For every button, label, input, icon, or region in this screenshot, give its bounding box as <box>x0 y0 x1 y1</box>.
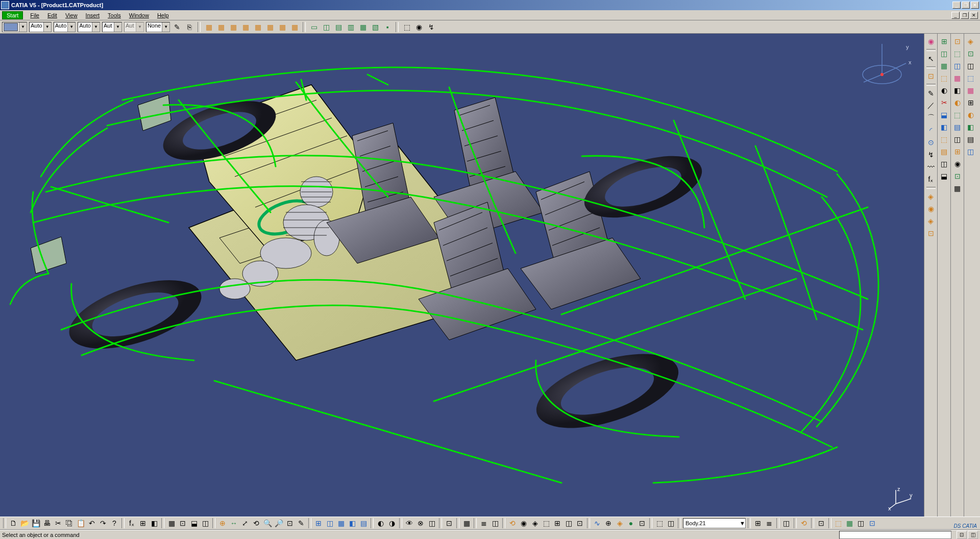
manipulate-icon[interactable]: ⬚ <box>402 22 412 32</box>
spline-icon[interactable]: ◜ <box>925 125 937 136</box>
sweep-icon[interactable]: ◈ <box>925 215 937 227</box>
existing-component-icon[interactable]: ▦ <box>240 22 251 32</box>
tool-icon[interactable]: ⬚ <box>965 72 976 84</box>
tool-icon[interactable]: ▦ <box>952 72 963 84</box>
doc-minimize-button[interactable]: _ <box>951 12 960 19</box>
join-icon[interactable]: ⊞ <box>939 36 950 47</box>
formula-icon[interactable]: fₓ <box>925 174 937 185</box>
law-icon[interactable]: ◧ <box>149 518 159 528</box>
revolve-icon[interactable]: ◉ <box>925 203 937 214</box>
back-view-icon[interactable]: ▦ <box>336 518 346 528</box>
tool-icon[interactable]: ▤ <box>952 121 963 133</box>
tool-icon[interactable]: ▦ <box>952 183 963 194</box>
sketch-icon[interactable]: ✎ <box>925 88 937 99</box>
tool-icon[interactable]: ◉ <box>952 158 963 169</box>
shading-icon[interactable]: ◐ <box>376 518 386 528</box>
measure-icon[interactable]: ▦ <box>461 518 472 528</box>
print-icon[interactable]: 🖶 <box>42 518 52 528</box>
fix-icon[interactable]: ▧ <box>370 22 380 32</box>
knowledge-icon[interactable]: ⊡ <box>178 518 188 528</box>
coincidence-icon[interactable]: ▭ <box>309 22 319 32</box>
tree-expand-icon[interactable]: ⊞ <box>753 518 763 528</box>
undo-icon[interactable]: ↶ <box>87 518 97 528</box>
save-icon[interactable]: 💾 <box>31 518 41 528</box>
ordered-set-icon[interactable]: ⬚ <box>834 518 844 528</box>
wireframe-icon[interactable]: ◑ <box>387 518 397 528</box>
translate-icon[interactable]: ⬓ <box>939 109 950 120</box>
line-weight-combo[interactable]: Auto▼ <box>54 22 76 32</box>
dropdown-arrow-icon[interactable]: ▼ <box>162 22 169 32</box>
select-icon[interactable]: ↖ <box>925 53 937 64</box>
fly-icon[interactable]: ⊕ <box>217 518 228 528</box>
zoom-out-icon[interactable]: 🔎 <box>274 518 284 528</box>
select-trap-icon[interactable]: ⬚ <box>654 518 665 528</box>
color-combo[interactable]: ▼ <box>2 22 27 32</box>
connect-icon[interactable]: 〰 <box>925 161 937 173</box>
grid-icon[interactable]: ⊞ <box>552 518 562 528</box>
tool-icon[interactable]: ⊞ <box>965 97 976 108</box>
boolean-icon[interactable]: ◫ <box>856 518 866 528</box>
remove-lump-icon[interactable]: ⊡ <box>867 518 877 528</box>
close-button[interactable]: ✕ <box>971 2 979 9</box>
normal-view-icon[interactable]: ⊡ <box>285 518 295 528</box>
snap-icon[interactable]: ◉ <box>414 22 424 32</box>
arc-icon[interactable]: ⌒ <box>925 112 937 124</box>
shape-fillet-icon[interactable]: ✂ <box>939 97 950 108</box>
dropdown-arrow-icon[interactable]: ▼ <box>92 22 100 32</box>
corner-icon[interactable]: ↯ <box>925 149 937 160</box>
point-combo[interactable]: Aut▼ <box>102 22 122 32</box>
front-view-icon[interactable]: ◫ <box>325 518 335 528</box>
axis-system-icon[interactable]: ◉ <box>519 518 529 528</box>
contact-icon[interactable]: ◫ <box>321 22 331 32</box>
swap-visible-icon[interactable]: ⊗ <box>415 518 426 528</box>
menu-insert[interactable]: Insert <box>82 11 104 19</box>
maximize-button[interactable]: ❐ <box>962 2 970 9</box>
check-icon[interactable]: ⬓ <box>189 518 199 528</box>
tool-icon[interactable]: ⊡ <box>965 48 976 59</box>
tool-icon[interactable]: ◫ <box>965 60 976 71</box>
menu-help[interactable]: Help <box>153 11 173 19</box>
rotate-icon[interactable]: ◧ <box>939 121 950 133</box>
copy-icon[interactable]: ⿻ <box>64 518 75 528</box>
axis-to-axis-icon[interactable]: ⬓ <box>939 170 950 182</box>
current-body-combo[interactable]: Body.21 ▼ <box>683 518 746 528</box>
product-icon[interactable]: ▦ <box>204 22 214 32</box>
fit-all-icon[interactable]: ↔ <box>229 518 239 528</box>
paintbrush-icon[interactable]: ✎ <box>172 22 182 32</box>
generate-icon[interactable]: ▦ <box>277 22 287 32</box>
rule-icon[interactable]: ◫ <box>200 518 210 528</box>
quick-constraint-icon[interactable]: ▪ <box>382 22 393 32</box>
draft-analysis-icon[interactable]: ⊡ <box>637 518 647 528</box>
doc-close-button[interactable]: ✕ <box>970 12 978 19</box>
split-icon[interactable]: ◫ <box>939 48 950 59</box>
right-view-icon[interactable]: ▤ <box>358 518 369 528</box>
menu-view[interactable]: View <box>61 11 82 19</box>
rotate-view-icon[interactable]: ⟲ <box>251 518 261 528</box>
formula-icon[interactable]: fₓ <box>127 518 137 528</box>
scan-icon[interactable]: ◫ <box>781 518 792 528</box>
connect-checker-icon[interactable]: ∿ <box>592 518 602 528</box>
line-icon[interactable]: ／ <box>925 100 937 111</box>
part-icon[interactable]: ▦ <box>228 22 238 32</box>
dropdown-arrow-icon[interactable]: ▼ <box>114 22 121 32</box>
dropdown-arrow-icon[interactable]: ▼ <box>740 520 745 526</box>
tool-icon[interactable]: ◫ <box>952 134 963 145</box>
catalog-icon[interactable]: ▦ <box>166 518 177 528</box>
tool-icon[interactable]: ◫ <box>965 146 976 157</box>
update-icon[interactable]: ⟲ <box>507 518 518 528</box>
fill-icon[interactable]: ⊡ <box>925 228 937 239</box>
dropdown-arrow-icon[interactable]: ▼ <box>19 22 27 32</box>
porcupine-icon[interactable]: ● <box>626 518 636 528</box>
command-input[interactable] <box>839 531 951 539</box>
extract-icon[interactable]: ◐ <box>939 85 950 96</box>
pan-icon[interactable]: ⤢ <box>240 518 250 528</box>
open-icon[interactable]: 📂 <box>19 518 30 528</box>
layer-props-icon[interactable]: ◫ <box>490 518 500 528</box>
working-support-icon[interactable]: ◈ <box>530 518 540 528</box>
sketcher-icon[interactable]: ✎ <box>296 518 306 528</box>
paste-icon[interactable]: 📋 <box>76 518 86 528</box>
status-button-2[interactable]: ◫ <box>968 531 978 539</box>
symmetry-icon[interactable]: ⬚ <box>939 134 950 145</box>
apply-material-icon[interactable]: ⊡ <box>444 518 454 528</box>
tool-icon[interactable]: ⬚ <box>952 109 963 120</box>
